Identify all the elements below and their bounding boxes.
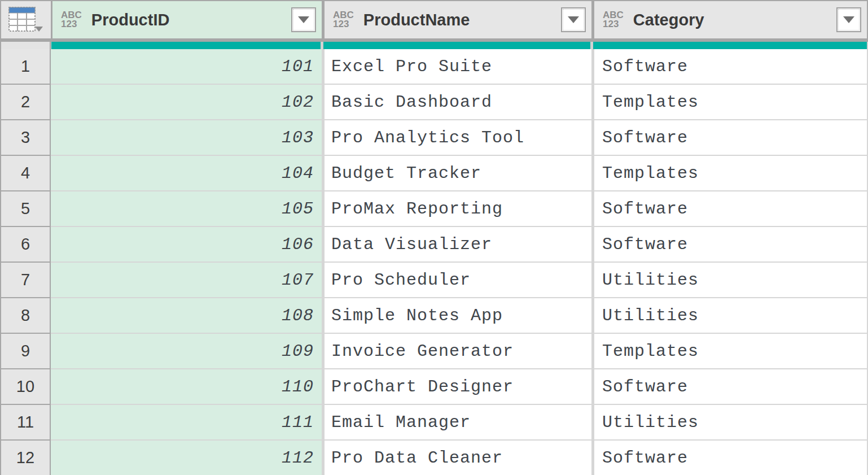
cell-productid[interactable]: 102 [51, 85, 322, 120]
table-menu-dropdown-icon [35, 27, 43, 32]
column-quality-bar [51, 42, 321, 49]
table-row: 2 102 Basic Dashboard Templates [0, 85, 868, 120]
table-grid-icon [8, 4, 44, 36]
cell-productname[interactable]: Pro Data Cleaner [325, 441, 591, 475]
cell-productname[interactable]: Budget Tracker [325, 156, 591, 191]
table-row: 11 111 Email Manager Utilities [0, 405, 868, 441]
cell-productname[interactable]: Basic Dashboard [325, 85, 591, 120]
cell-productname[interactable]: ProMax Reporting [325, 191, 591, 227]
row-number: 7 [0, 263, 51, 298]
cell-productname[interactable]: Pro Scheduler [325, 263, 591, 298]
cell-category[interactable]: Software [594, 227, 868, 263]
cell-category[interactable]: Templates [594, 156, 868, 191]
cell-productid[interactable]: 103 [51, 120, 322, 156]
cell-productname[interactable]: Email Manager [325, 405, 591, 441]
cell-productid[interactable]: 104 [51, 156, 322, 191]
row-number: 12 [0, 441, 51, 475]
datatype-abc123-icon[interactable]: ABC123 [333, 11, 354, 28]
table-row: 1 101 Excel Pro Suite Software [0, 49, 868, 85]
table-row: 6 106 Data Visualizer Software [0, 227, 868, 263]
cell-productname[interactable]: Invoice Generator [325, 334, 591, 369]
cell-category[interactable]: Software [594, 120, 868, 156]
row-number: 4 [0, 156, 51, 191]
column-quality-bar [593, 42, 867, 49]
column-title: Category [633, 11, 704, 29]
cell-productid[interactable]: 108 [51, 298, 322, 334]
chevron-down-icon [568, 16, 579, 23]
chevron-down-icon [298, 16, 309, 23]
cell-productid[interactable]: 110 [51, 369, 322, 405]
cell-category[interactable]: Templates [594, 85, 868, 120]
column-title: ProductID [91, 11, 170, 29]
column-quality-bar [323, 42, 590, 49]
quality-bar-stub [0, 42, 51, 49]
datatype-abc123-icon[interactable]: ABC123 [603, 11, 624, 28]
row-number: 8 [0, 298, 51, 334]
cell-category[interactable]: Software [594, 441, 868, 475]
cell-category[interactable]: Utilities [594, 405, 868, 441]
filter-dropdown-button[interactable] [291, 7, 316, 32]
row-number: 10 [0, 369, 51, 405]
cell-category[interactable]: Utilities [594, 298, 868, 334]
table-row: 10 110 ProChart Designer Software [0, 369, 868, 405]
table-row: 4 104 Budget Tracker Templates [0, 156, 868, 191]
filter-dropdown-button[interactable] [561, 7, 586, 32]
row-number: 5 [0, 191, 51, 227]
column-quality-row [0, 42, 868, 49]
cell-category[interactable]: Software [594, 369, 868, 405]
row-number: 11 [0, 405, 51, 441]
cell-productid[interactable]: 105 [51, 191, 322, 227]
row-number: 6 [0, 227, 51, 263]
cell-productname[interactable]: Pro Analytics Tool [325, 120, 591, 156]
cell-productid[interactable]: 111 [51, 405, 322, 441]
cell-productid[interactable]: 112 [51, 441, 322, 475]
column-title: ProductName [363, 11, 470, 29]
table-row: 3 103 Pro Analytics Tool Software [0, 120, 868, 156]
cell-productname[interactable]: ProChart Designer [325, 369, 591, 405]
cell-productid[interactable]: 107 [51, 263, 322, 298]
power-query-data-preview: ABC123 ProductID ABC123 ProductName ABC1… [0, 0, 868, 475]
chevron-down-icon [843, 16, 854, 23]
row-number: 1 [0, 49, 51, 85]
table-row: 8 108 Simple Notes App Utilities [0, 298, 868, 334]
column-header-productid[interactable]: ABC123 ProductID [52, 1, 322, 38]
table-row: 7 107 Pro Scheduler Utilities [0, 263, 868, 298]
table-row: 5 105 ProMax Reporting Software [0, 191, 868, 227]
row-number: 3 [0, 120, 51, 156]
column-header-productname[interactable]: ABC123 ProductName [325, 1, 591, 38]
row-number: 9 [0, 334, 51, 369]
cell-productname[interactable]: Simple Notes App [325, 298, 591, 334]
cell-category[interactable]: Utilities [594, 263, 868, 298]
cell-productid[interactable]: 101 [51, 49, 322, 85]
table-row: 12 112 Pro Data Cleaner Software [0, 441, 868, 475]
table-body: 1 101 Excel Pro Suite Software 2 102 Bas… [0, 49, 868, 475]
cell-category[interactable]: Templates [594, 334, 868, 369]
datatype-abc123-icon[interactable]: ABC123 [61, 11, 82, 28]
cell-productname[interactable]: Data Visualizer [325, 227, 591, 263]
cell-productid[interactable]: 106 [51, 227, 322, 263]
table-row: 9 109 Invoice Generator Templates [0, 334, 868, 369]
filter-dropdown-button[interactable] [836, 7, 861, 32]
table-menu-button[interactable] [0, 1, 51, 38]
column-header-category[interactable]: ABC123 Category [594, 1, 867, 38]
table-header-row: ABC123 ProductID ABC123 ProductName ABC1… [0, 0, 868, 38]
row-number: 2 [0, 85, 51, 120]
cell-productname[interactable]: Excel Pro Suite [325, 49, 591, 85]
cell-category[interactable]: Software [594, 49, 868, 85]
cell-productid[interactable]: 109 [51, 334, 322, 369]
cell-category[interactable]: Software [594, 191, 868, 227]
